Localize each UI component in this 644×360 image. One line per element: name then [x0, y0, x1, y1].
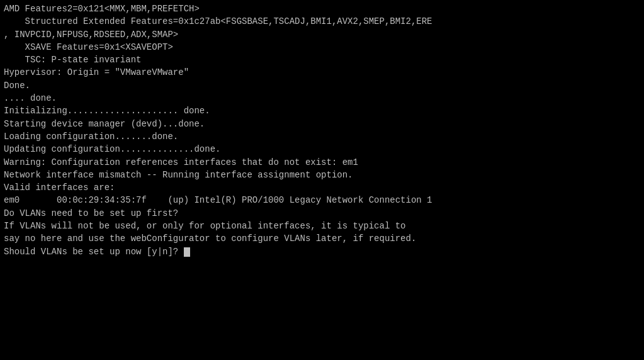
terminal-line: Valid interfaces are: — [4, 181, 640, 194]
terminal-line: Network interface mismatch -- Running in… — [4, 169, 640, 181]
terminal-window[interactable]: AMD Features2=0x121<MMX,MBM,PREFETCH> St… — [0, 0, 644, 360]
terminal-line: TSC: P-state invariant — [4, 53, 640, 66]
terminal-line: say no here and use the webConfigurator … — [4, 232, 640, 245]
terminal-line: , INVPCID,NFPUSG,RDSEED,ADX,SMAP> — [4, 28, 640, 41]
terminal-line: Should VLANs be set up now [y|n]? — [4, 245, 640, 258]
terminal-line: AMD Features2=0x121<MMX,MBM,PREFETCH> — [4, 3, 640, 15]
terminal-line: Done. — [4, 79, 640, 92]
terminal-cursor — [184, 247, 190, 257]
terminal-line: .... done. — [4, 92, 640, 104]
terminal-line: Do VLANs need to be set up first? — [4, 207, 640, 220]
terminal-line: Updating configuration..............done… — [4, 143, 640, 155]
terminal-line: Structured Extended Features=0x1c27ab<FS… — [4, 15, 640, 28]
terminal-line: Loading configuration.......done. — [4, 130, 640, 143]
terminal-line: Hypervisor: Origin = "VMwareVMware" — [4, 66, 640, 79]
terminal-line: If VLANs will not be used, or only for o… — [4, 220, 640, 232]
terminal-line: em0 00:0c:29:34:35:7f (up) Intel(R) PRO/… — [4, 194, 640, 206]
terminal-line: Starting device manager (devd)...done. — [4, 118, 640, 130]
terminal-line: Warning: Configuration references interf… — [4, 156, 640, 169]
terminal-line: XSAVE Features=0x1<XSAVEOPT> — [4, 41, 640, 53]
terminal-line: Initializing..................... done. — [4, 104, 640, 117]
